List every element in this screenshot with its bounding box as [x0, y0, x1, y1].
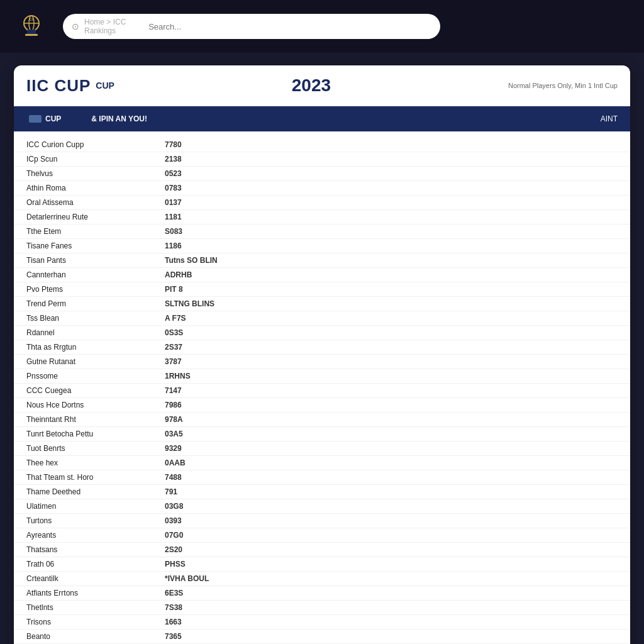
- page-header: IIC Cup CUP 2023 Normal Players Only, Mi…: [14, 65, 630, 106]
- table-row[interactable]: Ayreants 07G0: [14, 528, 630, 543]
- table-row[interactable]: Tuot Benrts 9329: [14, 441, 630, 456]
- table-row[interactable]: That Tteam st. Horo 7488: [14, 470, 630, 485]
- row-name: Nous Hce Dortns: [26, 401, 165, 409]
- row-name: ICC Curion Cupp: [26, 140, 165, 149]
- table-row[interactable]: Trisons 1663: [14, 615, 630, 630]
- page-title: IIC Cup: [26, 76, 91, 96]
- data-table: ICC Curion Cupp 7780 ICp Scun 2138 Thelv…: [14, 131, 630, 644]
- nav-item-ipin[interactable]: & IPIN AN YOU!: [89, 114, 150, 123]
- table-row[interactable]: Cannterhan ADRHB: [14, 268, 630, 282]
- row-value: 3787: [165, 357, 240, 366]
- svg-rect-4: [25, 34, 38, 36]
- table-row[interactable]: Turtons 0393: [14, 514, 630, 528]
- row-value: 2138: [165, 155, 240, 164]
- row-name: Pnssome: [26, 372, 165, 380]
- row-name: Pvo Ptems: [26, 285, 165, 294]
- table-row[interactable]: Tisan Pants Tutns SO BLIN: [14, 253, 630, 268]
- row-value: 03A5: [165, 430, 240, 438]
- row-name: Turtons: [26, 516, 165, 525]
- table-row[interactable]: Tunrt Betocha Pettu 03A5: [14, 427, 630, 441]
- row-name: Thee hex: [26, 458, 165, 467]
- table-row[interactable]: Thatsans 2S20: [14, 543, 630, 557]
- row-value: 7986: [165, 401, 240, 409]
- table-row[interactable]: Rdannel 0S3S: [14, 326, 630, 340]
- row-value: 1181: [165, 213, 240, 221]
- row-value: S083: [165, 227, 240, 236]
- table-row[interactable]: Tthe Etem S083: [14, 225, 630, 239]
- row-name: Ulatimen: [26, 502, 165, 511]
- row-value: 791: [165, 487, 240, 496]
- row-name: Tunrt Betocha Pettu: [26, 430, 165, 438]
- table-row[interactable]: Thee hex 0AAB: [14, 456, 630, 470]
- table-row[interactable]: ICC Curion Cupp 7780: [14, 138, 630, 152]
- top-bar: ICC ⊙ Home > ICC Rankings: [0, 0, 644, 53]
- nav-bar: CUP & IPIN AN YOU! AINT: [14, 106, 630, 131]
- table-row[interactable]: ICp Scun 2138: [14, 152, 630, 167]
- table-row[interactable]: Detarlerrineu Rute 1181: [14, 210, 630, 225]
- table-row[interactable]: Gutne Rutanat 3787: [14, 355, 630, 369]
- row-name: CCC Cuegea: [26, 386, 165, 395]
- table-row[interactable]: Crteantilk *IVHA BOUL: [14, 572, 630, 586]
- search-bar[interactable]: ⊙ Home > ICC Rankings: [63, 14, 440, 39]
- table-row[interactable]: Oral Atissema 0137: [14, 196, 630, 210]
- row-name: Beanto: [26, 632, 165, 641]
- nav-item-aint[interactable]: AINT: [601, 114, 618, 123]
- row-name: Trend Perm: [26, 299, 165, 308]
- logo: ICC: [13, 8, 50, 45]
- nav-item-cup[interactable]: CUP: [26, 114, 64, 123]
- row-value: 1186: [165, 242, 240, 250]
- row-name: Ayreants: [26, 531, 165, 540]
- table-row[interactable]: Thta as Rrgtun 2S37: [14, 340, 630, 355]
- row-value: 7488: [165, 473, 240, 482]
- row-name: Thame Deethed: [26, 487, 165, 496]
- table-row[interactable]: Nous Hce Dortns 7986: [14, 398, 630, 413]
- table-row[interactable]: Athin Roma 0783: [14, 181, 630, 196]
- row-name: Detarlerrineu Rute: [26, 213, 165, 221]
- page-title-block: IIC Cup CUP: [26, 76, 114, 96]
- table-row[interactable]: Ulatimen 03G8: [14, 499, 630, 514]
- row-value: Tutns SO BLIN: [165, 256, 240, 265]
- main-content: IIC Cup CUP 2023 Normal Players Only, Mi…: [14, 65, 630, 644]
- row-name: Atfiants Errtons: [26, 589, 165, 597]
- row-name: Crteantilk: [26, 574, 165, 583]
- row-value: 0S3S: [165, 328, 240, 337]
- search-input[interactable]: [148, 22, 431, 31]
- row-value: 978A: [165, 415, 240, 424]
- table-row[interactable]: Thelvus 0523: [14, 167, 630, 181]
- row-value: 7147: [165, 386, 240, 395]
- row-name: Oral Atissema: [26, 198, 165, 207]
- row-value: 0783: [165, 184, 240, 192]
- table-row[interactable]: Pvo Ptems PIT 8: [14, 282, 630, 297]
- row-name: Tuot Benrts: [26, 444, 165, 453]
- row-name: Athin Roma: [26, 184, 165, 192]
- row-value: 6E3S: [165, 589, 240, 597]
- row-value: 03G8: [165, 502, 240, 511]
- table-row[interactable]: Tisane Fanes 1186: [14, 239, 630, 253]
- table-row[interactable]: Beanto 7365: [14, 630, 630, 644]
- row-value: 2S37: [165, 343, 240, 352]
- table-row[interactable]: Trath 06 PHSS: [14, 557, 630, 572]
- table-row[interactable]: Trend Perm SLTNG BLINS: [14, 297, 630, 311]
- search-icon: ⊙: [72, 21, 79, 31]
- year-badge: 2023: [292, 75, 331, 96]
- row-name: Trath 06: [26, 560, 165, 569]
- table-row[interactable]: CCC Cuegea 7147: [14, 384, 630, 398]
- table-row[interactable]: Tss Blean A F7S: [14, 311, 630, 326]
- row-name: Tss Blean: [26, 314, 165, 323]
- table-row[interactable]: Thame Deethed 791: [14, 485, 630, 499]
- table-row[interactable]: Pnssome 1RHNS: [14, 369, 630, 384]
- row-name: That Tteam st. Horo: [26, 473, 165, 482]
- row-value: 9329: [165, 444, 240, 453]
- page-subtitle: CUP: [96, 80, 114, 91]
- table-row[interactable]: Theinntant Rht 978A: [14, 413, 630, 427]
- row-value: 7780: [165, 140, 240, 149]
- table-row[interactable]: Atfiants Errtons 6E3S: [14, 586, 630, 601]
- header-meta: Normal Players Only, Min 1 Intl Cup: [508, 82, 618, 89]
- row-value: 0523: [165, 169, 240, 178]
- row-name: Thta as Rrgtun: [26, 343, 165, 352]
- row-value: 1RHNS: [165, 372, 240, 380]
- row-value: 2S20: [165, 545, 240, 554]
- row-name: Tisane Fanes: [26, 242, 165, 250]
- table-row[interactable]: Thetlnts 7S38: [14, 601, 630, 615]
- row-value: A F7S: [165, 314, 240, 323]
